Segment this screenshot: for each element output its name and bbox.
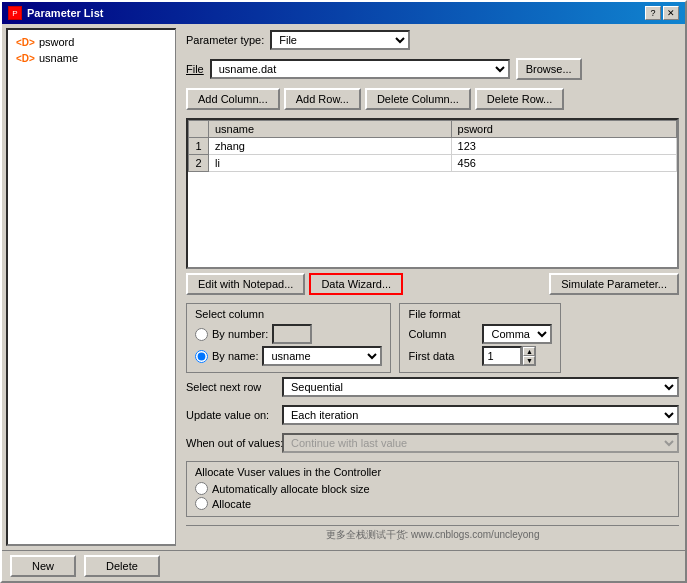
allocate-radio[interactable] — [195, 497, 208, 510]
left-btn-group: Edit with Notepad... Data Wizard... — [186, 273, 403, 295]
by-name-radio[interactable] — [195, 350, 208, 363]
row-num-1: 1 — [189, 138, 209, 155]
sidebar-item-usname[interactable]: <D> usname — [12, 50, 171, 66]
by-name-row: By name: usname psword — [195, 346, 382, 366]
cell-usname-1[interactable]: zhang — [209, 138, 452, 155]
first-data-spinner: ▲ ▼ — [482, 346, 536, 366]
title-bar: P Parameter List ? ✕ — [2, 2, 685, 24]
by-number-input[interactable] — [272, 324, 312, 344]
table-row: 2 li 456 — [189, 155, 677, 172]
browse-button[interactable]: Browse... — [516, 58, 582, 80]
data-table: usname psword 1 zhang 123 2 li — [188, 120, 677, 172]
allocate-title: Allocate Vuser values in the Controller — [195, 466, 670, 478]
parameter-list-sidebar: <D> psword <D> usname — [6, 28, 176, 546]
param-icon-psword: <D> — [16, 37, 35, 48]
column-format-select[interactable]: Comma Tab Space — [482, 324, 552, 344]
auto-allocate-label: Automatically allocate block size — [212, 483, 370, 495]
simulate-button[interactable]: Simulate Parameter... — [549, 273, 679, 295]
toolbar-row: Add Column... Add Row... Delete Column..… — [186, 88, 679, 110]
allocate-label: Allocate — [212, 498, 251, 510]
main-window: P Parameter List ? ✕ <D> psword <D> usna… — [0, 0, 687, 583]
first-data-arrows: ▲ ▼ — [522, 346, 536, 366]
allocate-row: Allocate — [195, 497, 670, 510]
by-name-select[interactable]: usname psword — [262, 346, 382, 366]
file-format-title: File format — [408, 308, 552, 320]
update-value-select[interactable]: Each iteration Each occurrence Once — [282, 405, 679, 425]
data-table-container: usname psword 1 zhang 123 2 li — [186, 118, 679, 269]
delete-column-button[interactable]: Delete Column... — [365, 88, 471, 110]
select-column-title: Select column — [195, 308, 382, 320]
title-bar-left: P Parameter List — [8, 6, 103, 20]
add-row-button[interactable]: Add Row... — [284, 88, 361, 110]
update-value-label: Update value on: — [186, 409, 276, 421]
new-button[interactable]: New — [10, 555, 76, 577]
bottom-buttons-row: Edit with Notepad... Data Wizard... Simu… — [186, 273, 679, 295]
delete-row-button[interactable]: Delete Row... — [475, 88, 564, 110]
select-column-group: Select column By number: By name: usname… — [186, 303, 391, 373]
auto-allocate-row: Automatically allocate block size — [195, 482, 670, 495]
window-title: Parameter List — [27, 7, 103, 19]
param-type-row: Parameter type: File Random Unique Table — [186, 30, 679, 50]
data-wizard-button[interactable]: Data Wizard... — [309, 273, 403, 295]
when-out-select[interactable]: Continue with last value — [282, 433, 679, 453]
by-name-label: By name: — [212, 350, 258, 362]
first-data-input[interactable] — [482, 346, 522, 366]
first-data-label: First data — [408, 350, 478, 362]
sidebar-item-psword[interactable]: <D> psword — [12, 34, 171, 50]
column-format-row: Column Comma Tab Space — [408, 324, 552, 344]
settings-section: Select column By number: By name: usname… — [186, 303, 679, 373]
param-icon-usname: <D> — [16, 53, 35, 64]
cell-psword-1[interactable]: 123 — [451, 138, 676, 155]
watermark: 更多全栈测试干货: www.cnblogs.com/uncleyong — [186, 525, 679, 544]
param-type-select[interactable]: File Random Unique Table — [270, 30, 410, 50]
cell-usname-2[interactable]: li — [209, 155, 452, 172]
window-icon: P — [8, 6, 22, 20]
close-button[interactable]: ✕ — [663, 6, 679, 20]
edit-notepad-button[interactable]: Edit with Notepad... — [186, 273, 305, 295]
by-number-row: By number: — [195, 324, 382, 344]
file-row: File usname.dat Browse... — [186, 58, 679, 80]
when-out-label: When out of values: — [186, 437, 276, 449]
file-format-group: File format Column Comma Tab Space First… — [399, 303, 561, 373]
file-select[interactable]: usname.dat — [210, 59, 510, 79]
first-data-row: First data ▲ ▼ — [408, 346, 552, 366]
title-controls: ? ✕ — [645, 6, 679, 20]
auto-allocate-radio[interactable] — [195, 482, 208, 495]
help-button[interactable]: ? — [645, 6, 661, 20]
by-number-label: By number: — [212, 328, 268, 340]
sidebar-label-psword: psword — [39, 36, 74, 48]
param-type-label: Parameter type: — [186, 34, 264, 46]
cell-psword-2[interactable]: 456 — [451, 155, 676, 172]
file-label: File — [186, 63, 204, 75]
select-next-row-select[interactable]: Sequential Random Unique Same line as — [282, 377, 679, 397]
allocate-group: Allocate Vuser values in the Controller … — [186, 461, 679, 517]
select-next-row-row: Select next row Sequential Random Unique… — [186, 377, 679, 397]
first-data-down[interactable]: ▼ — [523, 356, 535, 365]
sidebar-label-usname: usname — [39, 52, 78, 64]
table-header-usname: usname — [209, 121, 452, 138]
table-row: 1 zhang 123 — [189, 138, 677, 155]
add-column-button[interactable]: Add Column... — [186, 88, 280, 110]
main-panel: Parameter type: File Random Unique Table… — [180, 24, 685, 550]
window-body: <D> psword <D> usname Parameter type: Fi… — [2, 24, 685, 550]
table-header-num — [189, 121, 209, 138]
update-value-row: Update value on: Each iteration Each occ… — [186, 405, 679, 425]
by-number-radio[interactable] — [195, 328, 208, 341]
column-format-label: Column — [408, 328, 478, 340]
first-data-up[interactable]: ▲ — [523, 347, 535, 356]
bottom-bar: New Delete — [2, 550, 685, 581]
row-num-2: 2 — [189, 155, 209, 172]
when-out-row: When out of values: Continue with last v… — [186, 433, 679, 453]
select-next-row-label: Select next row — [186, 381, 276, 393]
delete-button[interactable]: Delete — [84, 555, 160, 577]
table-header-psword: psword — [451, 121, 676, 138]
